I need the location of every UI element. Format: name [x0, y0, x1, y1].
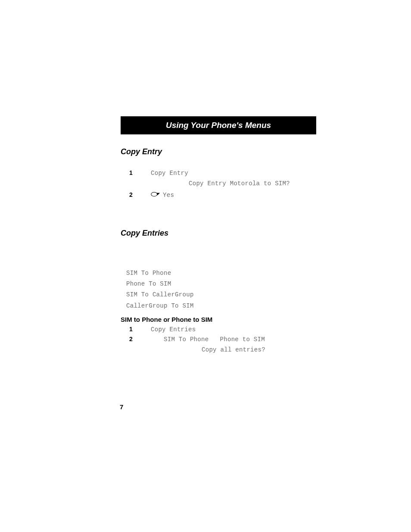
- list-item: SIM To CallerGroup: [126, 289, 316, 300]
- prompt-row: Copy Entry Motorola to SIM?: [121, 179, 316, 187]
- list-item: CallerGroup To SIM: [126, 301, 316, 311]
- svg-point-0: [151, 192, 157, 196]
- prompt-text: Copy all entries?: [202, 346, 265, 353]
- option-a: SIM To Phone: [164, 336, 209, 343]
- step-options: SIM To Phone Phone to SIM: [151, 336, 265, 343]
- step-row: 1 Copy Entries: [121, 326, 316, 333]
- step-number: 2: [129, 191, 151, 198]
- section-heading-copy-entries: Copy Entries: [121, 229, 316, 238]
- prompt-row: Copy all entries?: [121, 345, 316, 353]
- header-title: Using Your Phone's Menus: [166, 121, 271, 130]
- step-text: Copy Entry: [151, 170, 188, 177]
- step-number: 1: [129, 169, 151, 176]
- step-label: Yes: [163, 192, 174, 199]
- step-text: Yes: [151, 192, 174, 199]
- section-heading-copy-entry: Copy Entry: [121, 147, 316, 156]
- sub-heading: SIM to Phone or Phone to SIM: [121, 316, 316, 323]
- step-row: 1 Copy Entry: [121, 169, 316, 177]
- page-number: 7: [120, 403, 123, 411]
- prompt-text: Copy Entry Motorola to SIM?: [189, 180, 290, 187]
- list-item: SIM To Phone: [126, 268, 316, 279]
- list-item: Phone To SIM: [126, 279, 316, 289]
- step-row: 2 SIM To Phone Phone to SIM: [121, 336, 316, 343]
- step-number: 1: [129, 326, 151, 333]
- option-b: Phone to SIM: [220, 336, 265, 343]
- page-header: Using Your Phone's Menus: [121, 116, 316, 134]
- step-row: 2 Yes: [121, 191, 316, 199]
- option-list: SIM To Phone Phone To SIM SIM To CallerG…: [121, 268, 316, 311]
- softkey-icon: [151, 192, 160, 199]
- step-text: Copy Entries: [151, 326, 196, 333]
- step-number: 2: [129, 336, 151, 342]
